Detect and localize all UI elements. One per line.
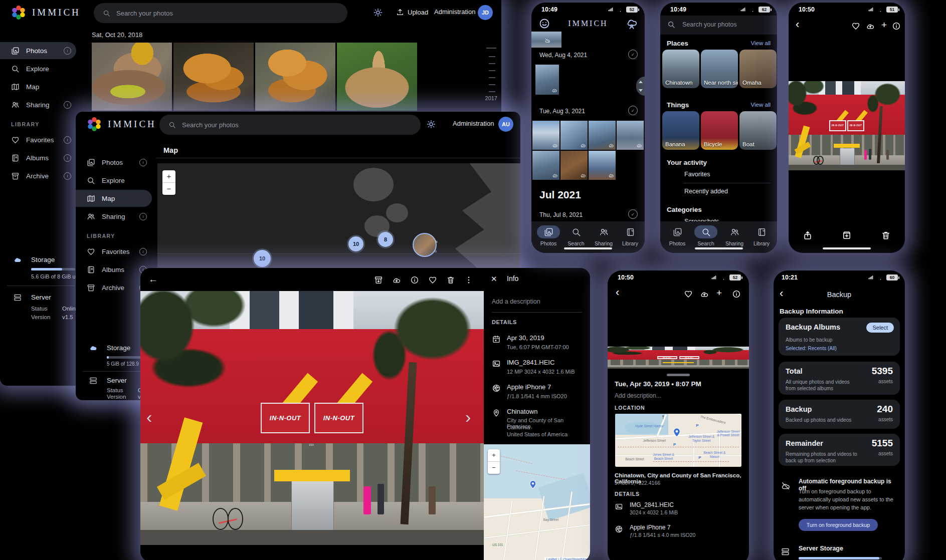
thing-card[interactable]: Boat — [739, 111, 777, 150]
photo-thumbnail[interactable] — [560, 121, 588, 150]
photo-thumbnail[interactable] — [589, 151, 616, 180]
sheet-drag-handle[interactable] — [667, 374, 690, 376]
place-card[interactable]: Near north side — [701, 50, 738, 88]
back-button[interactable] — [616, 289, 619, 298]
zoom-out-button[interactable]: − — [488, 462, 500, 474]
sidebar-item-archive[interactable]: Archive — [0, 167, 76, 184]
download-button[interactable] — [392, 275, 401, 285]
nav-search[interactable]: Search — [561, 225, 591, 246]
sidebar-item-map[interactable]: Map — [76, 190, 152, 207]
photo-thumbnail[interactable] — [560, 151, 588, 180]
sidebar-item-sharing[interactable]: Sharing — [76, 208, 152, 225]
archive-button[interactable] — [842, 230, 852, 240]
back-button[interactable] — [796, 21, 799, 30]
sidebar-item-map[interactable]: Map — [0, 78, 76, 95]
photo-thumbnail[interactable] — [535, 65, 559, 95]
zoom-in-button[interactable]: + — [488, 449, 500, 462]
things-view-all[interactable]: View all — [751, 102, 771, 108]
administration-link[interactable]: Administration — [434, 8, 475, 16]
map-zoom-control[interactable]: + − — [162, 170, 175, 195]
search-input[interactable]: Search your photos — [682, 21, 736, 28]
timeline-scroll-handle[interactable] — [636, 77, 645, 96]
theme-toggle-button[interactable] — [427, 120, 436, 129]
photo-thumbnail[interactable] — [589, 121, 616, 150]
share-button[interactable] — [803, 230, 813, 240]
favorite-button[interactable] — [428, 275, 437, 285]
nav-sharing[interactable]: Sharing — [720, 225, 749, 246]
close-icon[interactable] — [491, 274, 497, 284]
map-photo-marker[interactable] — [413, 233, 437, 257]
description-input[interactable]: Add a description — [492, 298, 540, 305]
map-attribution[interactable]: Leaflet | © OpenStreetMap — [544, 557, 590, 560]
avatar[interactable]: AU — [498, 117, 513, 132]
search-input[interactable]: Search your photos — [159, 115, 421, 135]
places-view-all[interactable]: View all — [751, 40, 771, 46]
place-card[interactable]: Chinatown — [662, 50, 699, 88]
upload-cloud-button[interactable] — [700, 290, 709, 299]
photo-thumbnail[interactable] — [532, 151, 559, 180]
select-group-checkbox[interactable] — [628, 106, 638, 115]
zoom-in-button[interactable]: + — [162, 170, 175, 183]
sidebar-item-photos[interactable]: Photos — [76, 154, 152, 171]
sidebar-item-photos[interactable]: Photos — [0, 42, 76, 59]
place-card[interactable]: Omaha — [739, 50, 777, 88]
photo-thumbnail[interactable] — [92, 43, 172, 111]
nav-search[interactable]: Search — [691, 225, 720, 246]
upload-button[interactable]: Upload — [396, 8, 428, 16]
add-button[interactable] — [716, 288, 722, 299]
nav-photos[interactable]: Photos — [663, 225, 692, 246]
select-group-checkbox[interactable] — [628, 50, 638, 59]
photo-thumbnail[interactable] — [532, 121, 559, 150]
photo-thumbnail[interactable] — [173, 43, 254, 111]
photo-thumbnail[interactable] — [617, 121, 644, 150]
thing-card[interactable]: Banana — [662, 111, 699, 150]
info-button[interactable] — [732, 290, 741, 299]
theme-toggle-button[interactable] — [373, 8, 383, 17]
immich-logo[interactable]: IMMICH — [86, 116, 156, 133]
sidebar-item-sharing[interactable]: Sharing — [0, 96, 76, 113]
photo-thumbnail[interactable] — [255, 43, 335, 111]
sidebar-item-explore[interactable]: Explore — [76, 172, 152, 189]
more-options-button[interactable] — [464, 275, 473, 285]
photo-thumbnail[interactable] — [337, 43, 417, 111]
delete-button[interactable] — [446, 275, 455, 285]
administration-link[interactable]: Administration — [453, 120, 494, 127]
nav-sharing[interactable]: Sharing — [589, 225, 618, 246]
favorites-row[interactable]: Favorites — [667, 170, 710, 179]
select-button[interactable]: Select — [866, 323, 894, 333]
description-input[interactable]: Add description... — [615, 392, 661, 399]
thing-card[interactable]: Bicycle — [701, 111, 738, 150]
nav-library[interactable]: Library — [747, 225, 776, 246]
sidebar-item-favorites[interactable]: Favorites — [76, 243, 152, 260]
photo-thumbnail[interactable] — [531, 32, 561, 48]
favorite-button[interactable] — [851, 22, 860, 31]
select-group-checkbox[interactable] — [628, 209, 638, 219]
location-map[interactable]: Hyde Street Harbor Jefferson Street The … — [615, 414, 741, 467]
next-photo-button[interactable] — [465, 407, 471, 427]
map-cluster[interactable]: 8 — [378, 232, 393, 247]
info-button[interactable] — [892, 22, 901, 31]
map-cluster[interactable]: 10 — [348, 236, 363, 251]
delete-button[interactable] — [881, 230, 891, 240]
previous-photo-button[interactable] — [146, 407, 152, 427]
turn-on-backup-button[interactable]: Turn on foreground backup — [799, 519, 878, 531]
nav-photos[interactable]: Photos — [534, 225, 563, 246]
sidebar-item-explore[interactable]: Explore — [0, 60, 76, 77]
map-cluster[interactable]: 10 — [254, 250, 271, 267]
backup-cloud-icon[interactable] — [626, 18, 638, 30]
avatar[interactable]: JD — [478, 5, 493, 20]
archive-button[interactable] — [374, 275, 383, 285]
search-input[interactable]: Search your photos — [94, 3, 347, 23]
nav-library[interactable]: Library — [616, 225, 645, 246]
photo-innout-strip[interactable]: IN-N-OUTIN-N-OUT — [608, 347, 749, 369]
info-button[interactable] — [410, 275, 419, 285]
zoom-out-button[interactable]: − — [162, 183, 175, 195]
immich-logo[interactable]: IMMICH — [10, 4, 81, 21]
add-button[interactable] — [881, 20, 887, 31]
map-zoom-control[interactable]: + − — [488, 449, 500, 474]
upload-cloud-button[interactable] — [866, 22, 875, 31]
location-map[interactable]: Bay Street US 101 + − Leaflet | © OpenSt… — [484, 444, 590, 560]
sidebar-item-favorites[interactable]: Favorites — [0, 131, 76, 148]
sidebar-item-albums[interactable]: Albums — [0, 149, 76, 166]
recently-added-row[interactable]: Recently added — [667, 187, 728, 196]
